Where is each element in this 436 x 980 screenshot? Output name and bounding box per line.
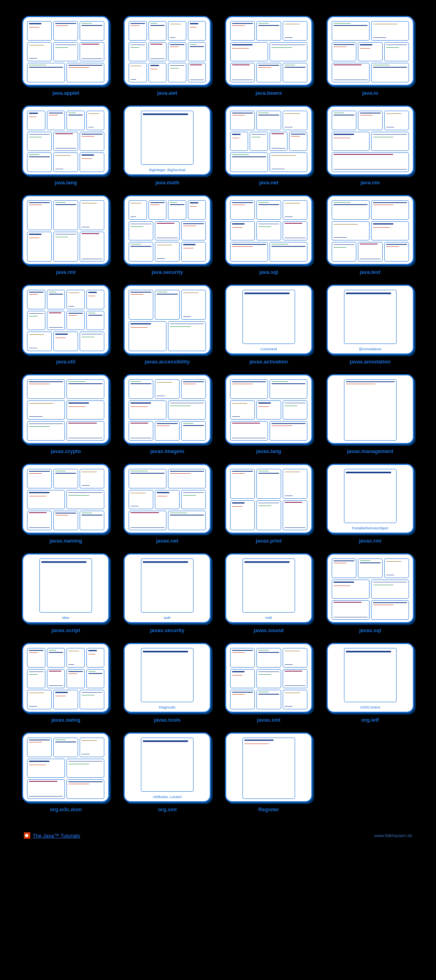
- diagram-box: [53, 232, 78, 262]
- package-thumbnail[interactable]: [327, 16, 414, 86]
- thumb-row: [129, 111, 206, 165]
- package-label[interactable]: javax.lang: [256, 448, 281, 454]
- package-thumbnail[interactable]: [22, 105, 109, 176]
- package-thumbnail[interactable]: [123, 195, 211, 265]
- diagram-box: [129, 321, 166, 351]
- package-label[interactable]: javax.sound: [254, 627, 283, 633]
- package-thumbnail[interactable]: [327, 195, 414, 265]
- package-label[interactable]: javax.rmi: [359, 538, 381, 544]
- package-thumbnail[interactable]: [123, 285, 211, 355]
- diagram-box: [27, 332, 52, 351]
- package-label[interactable]: javax.activation: [249, 359, 288, 365]
- package-thumbnail[interactable]: [22, 195, 109, 265]
- diagram-box: [80, 152, 104, 172]
- package-thumbnail[interactable]: Diagnostic: [123, 643, 211, 713]
- package-label[interactable]: java.net: [259, 180, 278, 185]
- package-label[interactable]: javax.net: [156, 538, 178, 544]
- thumb-row: [230, 421, 307, 441]
- package-label[interactable]: org.xml: [158, 806, 177, 812]
- package-thumbnail[interactable]: [225, 16, 313, 86]
- diagram-box: [66, 779, 104, 799]
- package-thumbnail[interactable]: [327, 374, 414, 444]
- package-label[interactable]: java.math: [155, 180, 179, 185]
- package-thumbnail[interactable]: Attributes, Locator: [123, 732, 211, 802]
- package-label[interactable]: javax.script: [52, 627, 80, 633]
- diagram-box: [27, 379, 65, 399]
- diagram-box: [283, 111, 307, 130]
- package-thumbnail[interactable]: BigInteger, BigDecimal: [123, 105, 211, 176]
- package-label[interactable]: Register: [258, 806, 279, 812]
- package-thumbnail[interactable]: [327, 105, 414, 176]
- package-thumbnail[interactable]: [22, 16, 109, 86]
- package-thumbnail[interactable]: PortableRemoteObject: [327, 464, 414, 534]
- package-label[interactable]: java.lang: [55, 180, 77, 185]
- package-thumbnail[interactable]: [22, 643, 109, 713]
- thumb-row: [27, 232, 104, 262]
- diagram-box: [129, 290, 153, 320]
- diagram-box: [27, 469, 52, 488]
- diagram-box: [80, 232, 104, 262]
- package-thumbnail[interactable]: [327, 553, 414, 623]
- package-label[interactable]: org.ietf: [362, 717, 379, 723]
- diagram-box: [181, 221, 206, 241]
- package-thumbnail[interactable]: Command: [225, 285, 313, 355]
- package-thumbnail[interactable]: [225, 105, 313, 176]
- package-label[interactable]: javax.print: [256, 538, 282, 544]
- package-thumbnail[interactable]: [22, 285, 109, 355]
- package-cell: Attributes, Locatororg.xml: [121, 732, 213, 812]
- thumb-row: [27, 332, 104, 351]
- package-thumbnail[interactable]: [225, 464, 313, 534]
- diagram-box: [80, 332, 104, 351]
- package-label[interactable]: org.w3c.dom: [50, 806, 82, 812]
- package-thumbnail[interactable]: [22, 732, 109, 802]
- package-label[interactable]: java.beans: [256, 90, 282, 96]
- package-label[interactable]: javax.sql: [359, 627, 381, 633]
- package-label[interactable]: java.applet: [53, 90, 79, 96]
- diagram-box: [66, 290, 85, 309]
- package-label[interactable]: javax.crypto: [51, 448, 81, 454]
- diagram-box: [332, 152, 409, 172]
- diagram-box: [358, 111, 383, 130]
- tutorials-link[interactable]: The Java™ Tutorials: [24, 832, 80, 839]
- package-thumbnail[interactable]: Misc: [22, 553, 109, 623]
- package-label[interactable]: javax.tools: [154, 717, 181, 723]
- package-label[interactable]: javax.swing: [51, 717, 80, 723]
- package-thumbnail[interactable]: [123, 464, 211, 534]
- package-thumbnail[interactable]: [22, 374, 109, 444]
- package-label[interactable]: java.sql: [259, 269, 278, 275]
- package-label[interactable]: java.rmi: [56, 269, 76, 275]
- diagram-box: [332, 242, 356, 262]
- package-label[interactable]: javax.management: [347, 448, 393, 454]
- package-label[interactable]: java.security: [152, 269, 183, 275]
- package-cell: javax.sql: [324, 553, 416, 633]
- diagram-box: [53, 42, 78, 62]
- thumb-row: [332, 290, 409, 344]
- package-cell: midijavax.sound: [223, 553, 315, 633]
- package-label[interactable]: java.awt: [157, 90, 178, 96]
- package-thumbnail[interactable]: [225, 374, 313, 444]
- package-label[interactable]: java.nio: [360, 180, 379, 185]
- package-thumbnail[interactable]: midi: [225, 553, 313, 623]
- package-label[interactable]: java.io: [362, 90, 378, 96]
- package-label[interactable]: javax.annotation: [350, 359, 391, 365]
- package-label[interactable]: javax.imageio: [150, 448, 184, 454]
- package-label[interactable]: java.text: [360, 269, 381, 275]
- package-thumbnail[interactable]: [225, 195, 313, 265]
- diagram-box: [80, 42, 104, 62]
- package-cell: Commandjavax.activation: [223, 285, 315, 365]
- package-thumbnail[interactable]: [123, 374, 211, 444]
- package-thumbnail[interactable]: @Annotations: [327, 285, 414, 355]
- package-thumbnail[interactable]: auth: [123, 553, 211, 623]
- diagram-box: [129, 490, 153, 510]
- package-label[interactable]: javax.security: [150, 627, 184, 633]
- package-thumbnail[interactable]: [22, 464, 109, 534]
- package-thumbnail[interactable]: GSSContext: [327, 643, 414, 713]
- package-thumbnail[interactable]: [225, 732, 313, 802]
- package-label[interactable]: javax.xml: [257, 717, 281, 723]
- package-label[interactable]: javax.accessibility: [145, 359, 190, 365]
- package-thumbnail[interactable]: [123, 16, 211, 86]
- package-label[interactable]: javax.naming: [49, 538, 82, 544]
- diagram-box: [332, 580, 370, 599]
- package-thumbnail[interactable]: [225, 643, 313, 713]
- package-label[interactable]: java.util: [56, 359, 75, 365]
